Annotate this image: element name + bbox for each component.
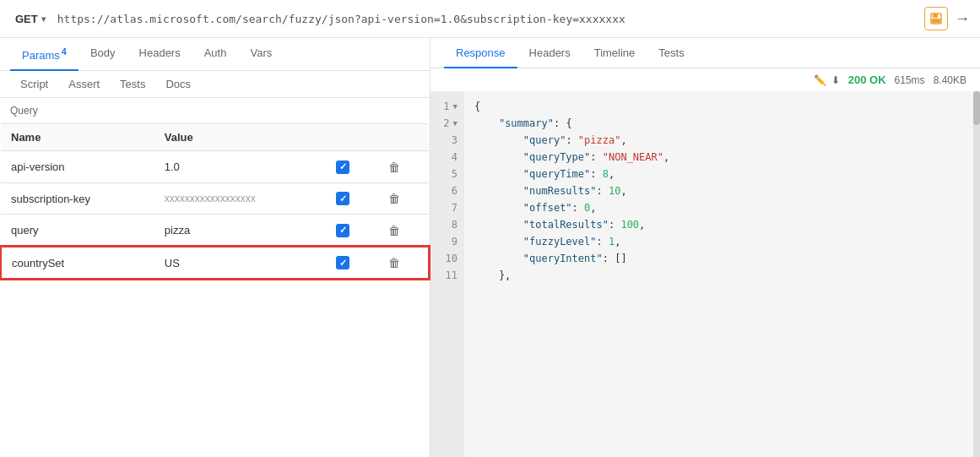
tab-body[interactable]: Body [79, 38, 127, 70]
svg-rect-1 [933, 14, 938, 18]
param-delete-icon[interactable]: 🗑 [388, 256, 400, 269]
query-section-label: Query [0, 98, 430, 123]
line-number: 1▼ [430, 98, 464, 115]
left-panel: Params4 Body Headers Auth Vars Script As… [0, 38, 430, 457]
code-line: "summary": { [464, 115, 973, 132]
param-name: countrySet [1, 247, 154, 280]
code-line: "query": "pizza", [464, 132, 973, 149]
url-input[interactable] [57, 13, 918, 25]
download-icon[interactable]: ⬇ [831, 74, 840, 86]
meta-icons: ✏️ ⬇ [814, 74, 840, 86]
line-number: 5 [430, 166, 464, 182]
param-value: 1.0 [154, 151, 326, 183]
code-line: "queryIntent": [] [464, 250, 973, 267]
line-number: 11 [430, 267, 464, 284]
main-content: Params4 Body Headers Auth Vars Script As… [0, 38, 980, 457]
param-checkbox[interactable] [336, 192, 349, 205]
tab-response[interactable]: Response [444, 38, 517, 68]
scrollbar-track[interactable] [973, 91, 980, 457]
param-delete-icon[interactable]: 🗑 [388, 224, 400, 237]
tab-timeline[interactable]: Timeline [582, 38, 647, 68]
param-name: subscription-key [1, 182, 154, 215]
tab-headers[interactable]: Headers [127, 38, 192, 70]
param-checkbox-cell [326, 215, 378, 247]
response-meta: ✏️ ⬇ 200 OK 615ms 8.40KB [430, 68, 980, 91]
param-name: api-version [1, 151, 154, 183]
method-chevron-icon: ▾ [41, 14, 46, 24]
response-size: 8.40KB [934, 74, 966, 86]
tab-assert[interactable]: Assert [58, 71, 110, 97]
svg-rect-2 [932, 19, 940, 23]
tab-script[interactable]: Script [10, 71, 58, 97]
table-row: api-version1.0🗑 [1, 151, 429, 183]
col-delete [378, 124, 429, 151]
code-line: "offset": 0, [464, 199, 973, 216]
tab-auth[interactable]: Auth [192, 38, 239, 70]
tab-bar-row2: Script Assert Tests Docs [0, 71, 430, 98]
code-line: "queryTime": 8, [464, 166, 973, 182]
code-line: { [464, 98, 973, 115]
param-checkbox[interactable] [336, 224, 349, 237]
url-bar: GET ▾ → [0, 0, 980, 38]
param-checkbox[interactable] [336, 160, 349, 174]
param-delete-cell: 🗑 [378, 215, 429, 247]
code-line: "queryType": "NON_NEAR", [464, 149, 973, 166]
param-value: pizza [154, 215, 326, 247]
tab-bar-row1: Params4 Body Headers Auth Vars [0, 38, 430, 71]
param-name: query [1, 215, 154, 247]
table-row: countrySetUS🗑 [1, 247, 429, 280]
edit-icon[interactable]: ✏️ [814, 74, 826, 86]
line-numbers: 1▼2▼34567891011 [430, 91, 464, 457]
right-tab-bar: Response Headers Timeline Tests [430, 38, 980, 68]
tab-response-headers[interactable]: Headers [517, 38, 582, 68]
line-number: 2▼ [430, 115, 464, 132]
tab-docs[interactable]: Docs [155, 71, 201, 97]
line-number: 7 [430, 199, 464, 216]
col-check [326, 124, 378, 151]
table-row: subscription-keyxxxxxxxxxxxxxxxxxx🗑 [1, 182, 429, 215]
code-line: "numResults": 10, [464, 182, 973, 199]
table-row: querypizza🗑 [1, 215, 429, 247]
query-table: Name Value api-version1.0🗑subscription-k… [0, 123, 430, 280]
line-number: 4 [430, 149, 464, 166]
code-content: { "summary": { "query": "pizza", "queryT… [464, 91, 973, 457]
line-number: 3 [430, 132, 464, 149]
param-value: xxxxxxxxxxxxxxxxxx [154, 182, 326, 215]
line-number: 6 [430, 182, 464, 199]
code-line: }, [464, 267, 973, 284]
param-delete-icon[interactable]: 🗑 [388, 160, 400, 174]
line-number: 8 [430, 216, 464, 233]
param-delete-cell: 🗑 [378, 151, 429, 183]
param-checkbox-cell [326, 247, 378, 280]
col-name: Name [1, 124, 154, 151]
save-icon[interactable] [924, 7, 948, 30]
param-delete-cell: 🗑 [378, 182, 429, 215]
response-time: 615ms [895, 74, 925, 86]
param-value: US [154, 247, 326, 280]
code-viewer[interactable]: 1▼2▼34567891011 { "summary": { "query": … [430, 91, 980, 457]
tab-params[interactable]: Params4 [10, 38, 79, 70]
param-delete-icon[interactable]: 🗑 [388, 192, 400, 205]
collapse-arrow-icon[interactable]: ▼ [453, 98, 458, 115]
scrollbar-thumb[interactable] [973, 91, 980, 125]
status-badge: 200 OK [848, 73, 886, 86]
param-checkbox-cell [326, 182, 378, 215]
method-label: GET [15, 13, 38, 25]
code-line: "totalResults": 100, [464, 216, 973, 233]
line-number: 10 [430, 250, 464, 267]
tab-tests[interactable]: Tests [110, 71, 155, 97]
tab-response-tests[interactable]: Tests [647, 38, 696, 68]
navigate-arrow-icon[interactable]: → [955, 10, 970, 28]
right-panel: Response Headers Timeline Tests ✏️ ⬇ 200… [430, 38, 980, 457]
method-select[interactable]: GET ▾ [10, 9, 51, 29]
line-number: 9 [430, 233, 464, 250]
url-icons: → [924, 7, 970, 30]
collapse-arrow-icon[interactable]: ▼ [453, 115, 458, 132]
param-delete-cell: 🗑 [378, 247, 429, 280]
col-value: Value [154, 124, 326, 151]
param-checkbox-cell [326, 151, 378, 183]
tab-vars[interactable]: Vars [238, 38, 284, 70]
param-checkbox[interactable] [336, 256, 349, 269]
code-line: "fuzzyLevel": 1, [464, 233, 973, 250]
